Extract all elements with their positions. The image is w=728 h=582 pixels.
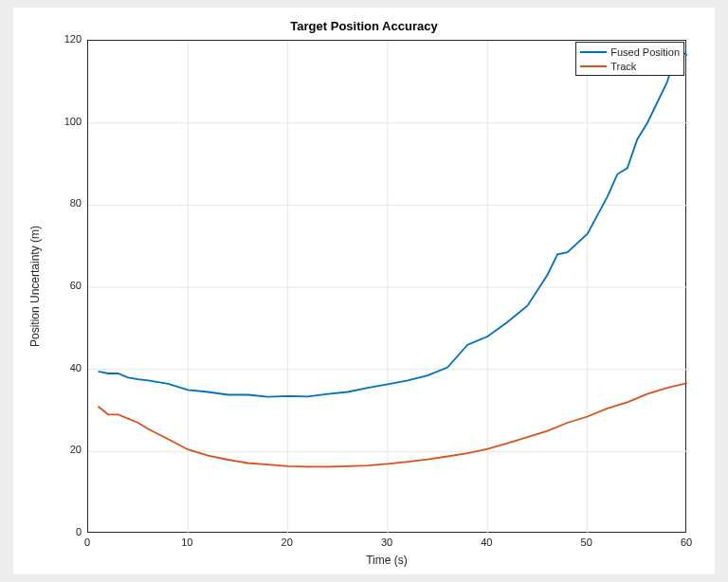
- x-tick-label: 20: [280, 537, 295, 548]
- y-tick-label: 0: [76, 526, 82, 537]
- legend-entry-fused[interactable]: Fused Position: [580, 45, 680, 59]
- chart-title: Target Position Accuracy: [13, 19, 715, 33]
- y-tick-label: 120: [64, 33, 82, 45]
- y-tick-label: 80: [70, 197, 82, 209]
- x-tick-label: 50: [579, 537, 594, 548]
- legend-swatch-icon: [580, 51, 607, 53]
- axes-area[interactable]: Fused Position Track: [87, 40, 686, 533]
- legend-entry-track[interactable]: Track: [580, 59, 680, 73]
- legend-swatch-icon: [580, 65, 607, 67]
- y-tick-label: 40: [70, 362, 82, 373]
- legend-label: Fused Position: [610, 46, 680, 58]
- x-tick-label: 40: [479, 537, 494, 548]
- y-tick-label: 100: [64, 116, 82, 127]
- legend[interactable]: Fused Position Track: [575, 42, 684, 76]
- x-tick-label: 30: [379, 537, 394, 548]
- series-line: [99, 383, 688, 466]
- x-tick-label: 0: [80, 537, 95, 548]
- x-axis-label: Time (s): [87, 554, 686, 567]
- y-tick-label: 60: [70, 280, 82, 291]
- series-line: [99, 49, 688, 397]
- figure-window: Target Position Accuracy Position Uncert…: [13, 8, 715, 574]
- x-tick-label: 60: [679, 537, 694, 548]
- plot-canvas: [88, 41, 687, 534]
- y-tick-label: 20: [70, 444, 82, 455]
- legend-label: Track: [610, 61, 636, 72]
- y-axis-label: Position Uncertainty (m): [28, 40, 42, 533]
- x-tick-label: 10: [179, 537, 194, 548]
